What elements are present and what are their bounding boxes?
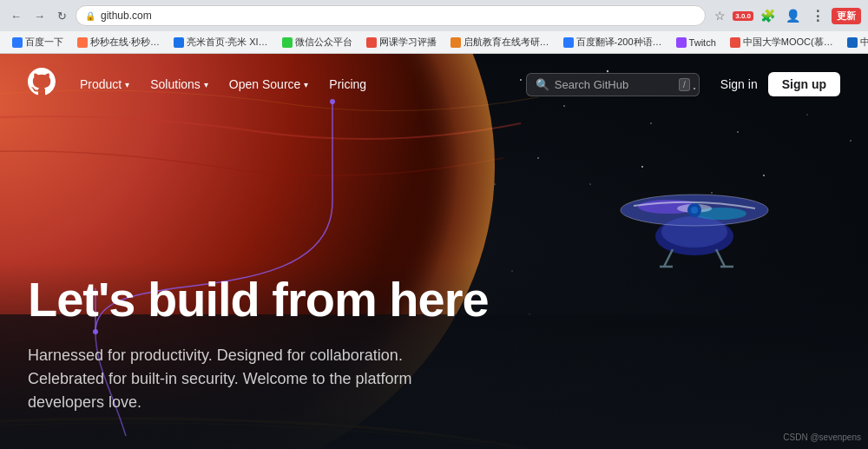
nav-solutions-label: Solutions (150, 77, 201, 91)
bookmark-label: 亮米首页·亮米 XI… (187, 36, 268, 49)
menu-button[interactable]: ⋮ (807, 6, 828, 26)
svg-point-17 (494, 183, 495, 184)
github-navbar: Product ▾ Solutions ▾ Open Source ▾ Pric… (0, 54, 868, 115)
bookmark-item[interactable]: 秒秒在线·秒秒… (72, 34, 165, 50)
bookmark-star-button[interactable]: ☆ (711, 7, 729, 24)
svg-line-42 (716, 249, 725, 267)
bookmark-label: Twitch (689, 37, 716, 48)
svg-point-40 (691, 207, 698, 214)
browser-actions: ☆ 3.0.0 🧩 👤 ⋮ 更新 (711, 6, 861, 26)
bookmark-label: 微信公众平台 (295, 36, 352, 49)
更新-button[interactable]: 更新 (832, 8, 861, 24)
opensource-chevron-icon: ▾ (304, 80, 308, 89)
search-icon: 🔍 (536, 78, 549, 91)
bookmark-label: 网课学习评播 (379, 36, 437, 49)
profile-button[interactable]: 👤 (782, 7, 804, 24)
hero-title: Let's build from here (28, 273, 840, 327)
nav-opensource-label: Open Source (229, 77, 301, 91)
bookmark-item[interactable]: 启航教育在线考研… (445, 34, 555, 50)
bookmark-item[interactable]: 网课学习评播 (361, 34, 442, 50)
browser-toolbar: ← → ↻ 🔒 github.com ☆ 3.0.0 🧩 👤 ⋮ 更新 (0, 0, 868, 31)
svg-point-10 (850, 140, 851, 141)
browser-chrome: ← → ↻ 🔒 github.com ☆ 3.0.0 🧩 👤 ⋮ 更新 百度一下… (0, 0, 868, 54)
nav-pricing-label: Pricing (329, 77, 366, 91)
back-button[interactable]: ← (7, 8, 25, 24)
github-page: Product ▾ Solutions ▾ Open Source ▾ Pric… (0, 54, 868, 449)
hero-subtitle: Harnessed for productivity. Designed for… (28, 344, 479, 414)
bookmark-favicon (847, 37, 858, 48)
bookmark-item[interactable]: Twitch (671, 36, 721, 50)
bookmark-favicon (12, 37, 23, 48)
extension-button[interactable]: 🧩 (757, 7, 779, 24)
nav-solutions[interactable]: Solutions ▾ (140, 72, 219, 96)
bookmarks-bar: 百度一下 秒秒在线·秒秒… 亮米首页·亮米 XI… 微信公众平台 网课学习评播 … (0, 31, 868, 54)
bookmark-favicon (174, 37, 184, 48)
svg-point-11 (537, 157, 539, 159)
product-chevron-icon: ▾ (125, 80, 129, 89)
nav-links: Product ▾ Solutions ▾ Open Source ▾ Pric… (69, 72, 526, 96)
bookmark-label: 中国大学MOOC(慕… (743, 36, 833, 49)
watermark: CSDN @sevenpens (783, 432, 861, 442)
search-slash: / (679, 78, 690, 91)
url-text: github.com (101, 10, 152, 22)
hero-content: Let's build from here Harnessed for prod… (28, 273, 840, 414)
bookmark-label: 中国计算机技术职… (860, 36, 868, 49)
bookmark-label: 启航教育在线考研… (464, 36, 549, 49)
bookmark-favicon (366, 37, 377, 48)
lock-icon: 🔒 (85, 11, 95, 21)
extension-badge: 3.0.0 (733, 11, 753, 21)
bookmark-item[interactable]: 中国大学MOOC(慕… (725, 34, 838, 50)
bookmark-item[interactable]: 亮米首页·亮米 XI… (168, 34, 273, 50)
github-logo[interactable] (28, 68, 56, 101)
bookmark-favicon (450, 37, 461, 48)
bookmark-label: 百度翻译-200种语… (576, 36, 662, 49)
solutions-chevron-icon: ▾ (204, 80, 208, 89)
nav-opensource[interactable]: Open Source ▾ (219, 72, 319, 96)
nav-product[interactable]: Product ▾ (69, 72, 140, 96)
bookmark-item[interactable]: 百度一下 (7, 34, 69, 50)
bookmark-label: 百度一下 (25, 36, 63, 49)
bookmark-item[interactable]: 中国计算机技术职… (842, 34, 868, 50)
nav-product-label: Product (80, 77, 122, 91)
nav-pricing[interactable]: Pricing (319, 72, 377, 96)
svg-line-41 (664, 249, 673, 267)
bookmark-favicon (282, 37, 293, 48)
signin-button[interactable]: Sign in (710, 72, 768, 96)
bookmark-item[interactable]: 百度翻译-200种语… (558, 34, 667, 50)
signup-button[interactable]: Sign up (768, 72, 840, 96)
bookmark-favicon (676, 37, 687, 48)
search-placeholder: Search GitHub (555, 78, 628, 91)
forward-button[interactable]: → (30, 8, 49, 24)
address-bar[interactable]: 🔒 github.com (76, 5, 706, 26)
bookmark-favicon (563, 37, 574, 48)
search-bar[interactable]: 🔍 Search GitHub / (526, 73, 700, 96)
bookmark-favicon (77, 37, 88, 48)
refresh-button[interactable]: ↻ (54, 8, 70, 24)
bookmark-label: 秒秒在线·秒秒… (90, 36, 160, 49)
bookmark-item[interactable]: 微信公众平台 (277, 34, 358, 50)
bookmark-favicon (730, 37, 740, 48)
